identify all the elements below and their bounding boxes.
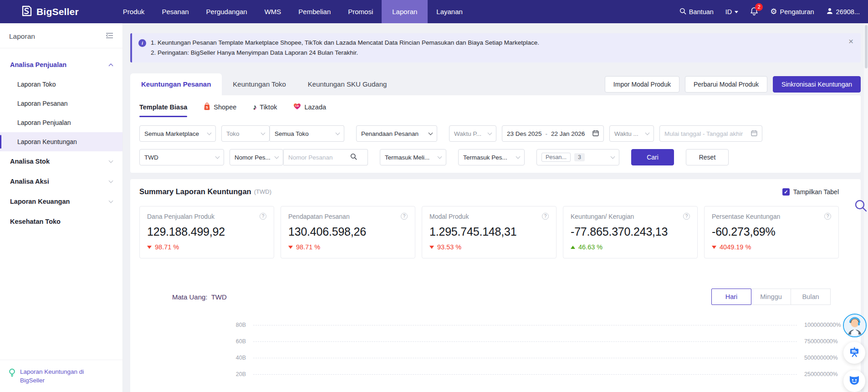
summary-currency-note: (TWD) — [254, 188, 271, 195]
nav-item-promosi[interactable]: Promosi — [339, 0, 382, 23]
currency-value: TWD — [144, 154, 212, 161]
sidebar-group-analisa-stok[interactable]: Analisa Stok — [0, 151, 123, 171]
customer-service-avatar[interactable] — [843, 314, 867, 337]
card-value: -77.865.370.243,13 — [571, 225, 690, 238]
subtab-tiktok[interactable]: ♪ Tiktok — [253, 103, 277, 117]
currency-select[interactable]: TWD — [139, 149, 224, 165]
reset-button[interactable]: Reset — [686, 149, 729, 165]
floating-search-icon[interactable] — [854, 199, 868, 214]
sidebar-item-laporan-keuntungan[interactable]: Laporan Keuntungan — [0, 132, 123, 151]
tab-keuntungan-pesanan[interactable]: Keuntungan Pesanan — [130, 73, 222, 95]
toko-select[interactable]: Toko — [221, 125, 270, 142]
settings-button[interactable]: ⚙ Pengaturan — [770, 8, 814, 15]
semua-toko-select[interactable]: Semua Toko — [270, 125, 344, 142]
navbar-right: Bantuan ID 2 ⚙ Pengaturan 26908... — [679, 7, 860, 17]
sidebar-item-laporan-toko[interactable]: Laporan Toko — [0, 75, 123, 94]
nav-item-pergudangan[interactable]: Pergudangan — [198, 0, 256, 23]
sidebar-group-laporan-keuangan[interactable]: Laporan Keuangan — [0, 191, 123, 211]
language-switcher[interactable]: ID — [725, 8, 739, 15]
filters-row-2: TWD Nomor Pes... Termasuk Meli... Termas… — [139, 149, 852, 165]
period-minggu-button[interactable]: Minggu — [751, 289, 791, 305]
pesanan-multiselect[interactable]: Pesan... 3 — [536, 149, 619, 165]
termasuk-meli-select[interactable]: Termasuk Meli... — [380, 149, 446, 165]
banner-line-1: 1. Keuntungan Pesanan Template Marketpla… — [151, 38, 539, 48]
chevron-down-icon — [611, 154, 615, 159]
perbarui-modal-produk-button[interactable]: Perbarui Modal Produk — [685, 76, 767, 93]
nav-item-laporan[interactable]: Laporan — [382, 0, 428, 23]
help-circle-icon[interactable]: ? — [260, 213, 266, 220]
subtab-shopee[interactable]: S Shopee — [204, 102, 236, 118]
subtab-lazada[interactable]: Laz Lazada — [293, 103, 326, 118]
help-circle-icon[interactable]: ? — [542, 213, 549, 220]
tab-keuntungan-toko[interactable]: Keuntungan Toko — [222, 73, 297, 95]
feedback-widget[interactable] — [843, 370, 865, 392]
custom-date-range-picker[interactable]: Mulai tanggal - Tanggal akhir — [659, 125, 762, 142]
waktu-select[interactable]: Waktu ... — [609, 125, 654, 142]
card-value: -60.273,69% — [712, 225, 831, 238]
nav-item-pesanan[interactable]: Pesanan — [153, 0, 197, 23]
marketplace-select[interactable]: Semua Marketplace — [139, 125, 216, 142]
collapse-sidebar-icon[interactable] — [106, 32, 113, 41]
tab-keuntungan-sku-gudang[interactable]: Keuntungan SKU Gudang — [297, 73, 398, 95]
nav-item-pembelian[interactable]: Pembelian — [290, 0, 339, 23]
tiktok-icon: ♪ — [253, 103, 256, 111]
nav-item-produk[interactable]: Produk — [114, 0, 153, 23]
help-circle-icon[interactable]: ? — [401, 213, 408, 220]
chevron-down-icon — [336, 130, 340, 135]
y-axis-tick-left: 20B — [139, 371, 253, 377]
nomor-pesanan-type-select[interactable]: Nomor Pes... — [230, 149, 283, 165]
help-circle-icon[interactable]: ? — [824, 213, 831, 220]
close-icon[interactable]: × — [848, 37, 853, 46]
help-button[interactable]: Bantuan — [679, 8, 714, 16]
date-end: 22 Jan 2026 — [551, 130, 585, 137]
search-icon[interactable] — [350, 153, 357, 161]
nomor-pesanan-input[interactable] — [288, 154, 347, 161]
sidebar-group-analisa-aksi[interactable]: Analisa Aksi — [0, 171, 123, 191]
impor-modal-produk-button[interactable]: Impor Modal Produk — [605, 76, 679, 93]
date-range-picker[interactable]: 23 Des 2025 - 22 Jan 2026 — [502, 125, 604, 142]
help-circle-icon[interactable]: ? — [683, 213, 690, 220]
sidebar-group-label: Laporan Keuangan — [10, 198, 70, 205]
sidebar-group-label: Kesehatan Toko — [10, 218, 61, 225]
nomor-pesanan-search[interactable] — [283, 149, 368, 165]
show-table-checkbox[interactable]: ✓ Tampilkan Tabel — [782, 188, 839, 196]
card-label: Persentase Keuntungan — [712, 213, 780, 220]
chart-header: Mata Uang: TWD Hari Minggu Bulan — [172, 289, 831, 305]
sidebar-group-analisa-penjualan[interactable]: Analisa Penjualan — [0, 55, 123, 75]
notifications-button[interactable]: 2 — [750, 7, 758, 17]
announcement-widget[interactable] — [843, 342, 865, 364]
info-icon: i — [138, 39, 146, 47]
waktu-p-select[interactable]: Waktu P... — [449, 125, 496, 142]
scrollbar-thumb[interactable] — [865, 25, 868, 68]
presentation-board-icon — [849, 346, 860, 359]
cari-button[interactable]: Cari — [631, 149, 674, 165]
penandaan-pesanan-select[interactable]: Penandaan Pesanan — [356, 125, 437, 142]
termasuk-pes-select[interactable]: Termasuk Pes... — [458, 149, 525, 165]
period-hari-button[interactable]: Hari — [711, 289, 751, 305]
card-delta: 4049.19 % — [720, 243, 751, 251]
chevron-down-icon — [438, 154, 442, 159]
sidebar-item-laporan-pesanan[interactable]: Laporan Pesanan — [0, 94, 123, 113]
subtab-template-biasa[interactable]: Template Biasa — [139, 103, 187, 117]
sidebar-group-kesehatan-toko[interactable]: Kesehatan Toko — [0, 211, 123, 232]
date-start: 23 Des 2025 — [507, 130, 542, 137]
footer-help-link[interactable]: Laporan Keuntungan di BigSeller — [20, 367, 93, 385]
sinkronisasi-keuntungan-button[interactable]: Sinkronisasi Keuntungan — [773, 76, 861, 93]
sidebar-item-laporan-penjualan[interactable]: Laporan Penjualan — [0, 113, 123, 132]
chevron-down-icon — [261, 130, 266, 135]
user-icon — [826, 7, 833, 16]
period-toggle: Hari Minggu Bulan — [712, 289, 831, 305]
summary-title: Summary Laporan Keuntungan — [139, 187, 251, 196]
brand[interactable]: BigSeller — [21, 5, 79, 19]
lazada-icon: Laz — [293, 103, 301, 111]
card-delta: 46.63 % — [578, 243, 602, 251]
sidebar-group-label: Analisa Aksi — [10, 178, 49, 185]
chevron-down-icon — [207, 130, 212, 135]
user-account-button[interactable]: 26908... — [826, 7, 860, 16]
nav-item-wms[interactable]: WMS — [256, 0, 290, 23]
main-menu: Produk Pesanan Pergudangan WMS Pembelian… — [114, 0, 471, 23]
checkbox-checked-icon[interactable]: ✓ — [782, 188, 790, 196]
calendar-icon — [751, 130, 757, 138]
period-bulan-button[interactable]: Bulan — [791, 289, 831, 305]
nav-item-layanan[interactable]: Layanan — [428, 0, 471, 23]
